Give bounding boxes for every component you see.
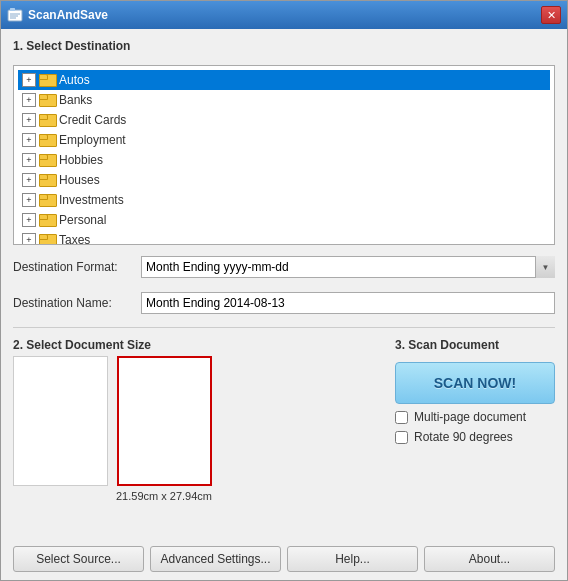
tree-item-employment[interactable]: +Employment [18, 130, 550, 150]
folder-icon [39, 214, 55, 227]
divider [13, 327, 555, 328]
expand-icon[interactable]: + [22, 113, 36, 127]
tree-item-label: Personal [59, 213, 106, 227]
preview-container: 21.59cm x 27.94cm [116, 356, 212, 502]
folder-icon [39, 234, 55, 246]
section2-label: 2. Select Document Size [13, 338, 385, 352]
svg-rect-1 [10, 8, 15, 11]
tree-item-label: Autos [59, 73, 90, 87]
folder-icon [39, 194, 55, 207]
preview-box-blank[interactable] [13, 356, 108, 486]
destination-name-label: Destination Name: [13, 296, 133, 310]
tree-item-label: Banks [59, 93, 92, 107]
main-content: 1. Select Destination +Autos+Banks+Credi… [1, 29, 567, 546]
multipage-row: Multi-page document [395, 410, 555, 424]
size-label: 21.59cm x 27.94cm [116, 490, 212, 502]
size-previews: 21.59cm x 27.94cm [13, 356, 385, 502]
tree-item-label: Hobbies [59, 153, 103, 167]
footer-buttons: Select Source... Advanced Settings... He… [1, 546, 567, 580]
preview-box-selected[interactable] [117, 356, 212, 486]
tree-item-label: Investments [59, 193, 124, 207]
folder-icon [39, 134, 55, 147]
rotate-row: Rotate 90 degrees [395, 430, 555, 444]
destination-format-select[interactable]: Month Ending yyyy-mm-ddyyyy-mm-dddd-mm-y… [141, 256, 555, 278]
tree-item-taxes[interactable]: +Taxes [18, 230, 550, 245]
expand-icon[interactable]: + [22, 153, 36, 167]
rotate-checkbox[interactable] [395, 431, 408, 444]
tree-item-label: Houses [59, 173, 100, 187]
tree-item-personal[interactable]: +Personal [18, 210, 550, 230]
destination-name-input[interactable] [141, 292, 555, 314]
expand-icon[interactable]: + [22, 233, 36, 245]
advanced-settings-button[interactable]: Advanced Settings... [150, 546, 281, 572]
folder-icon [39, 74, 55, 87]
tree-item-label: Credit Cards [59, 113, 126, 127]
title-bar-left: ScanAndSave [7, 7, 108, 23]
doc-size-section: 2. Select Document Size 21.59cm x 27.94c… [13, 338, 385, 536]
tree-item-credit-cards[interactable]: +Credit Cards [18, 110, 550, 130]
multipage-checkbox[interactable] [395, 411, 408, 424]
destination-format-row: Destination Format: Month Ending yyyy-mm… [13, 253, 555, 281]
multipage-label: Multi-page document [414, 410, 526, 424]
folder-icon [39, 94, 55, 107]
select-source-button[interactable]: Select Source... [13, 546, 144, 572]
help-button[interactable]: Help... [287, 546, 418, 572]
section1-label: 1. Select Destination [13, 39, 555, 53]
expand-icon[interactable]: + [22, 213, 36, 227]
window-title: ScanAndSave [28, 8, 108, 22]
expand-icon[interactable]: + [22, 173, 36, 187]
app-icon [7, 7, 23, 23]
expand-icon[interactable]: + [22, 73, 36, 87]
tree-item-houses[interactable]: +Houses [18, 170, 550, 190]
expand-icon[interactable]: + [22, 93, 36, 107]
destination-format-label: Destination Format: [13, 260, 133, 274]
destination-format-wrapper: Month Ending yyyy-mm-ddyyyy-mm-dddd-mm-y… [141, 256, 555, 278]
bottom-sections: 2. Select Document Size 21.59cm x 27.94c… [13, 338, 555, 536]
tree-item-banks[interactable]: +Banks [18, 90, 550, 110]
tree-item-label: Employment [59, 133, 126, 147]
title-bar: ScanAndSave ✕ [1, 1, 567, 29]
about-button[interactable]: About... [424, 546, 555, 572]
rotate-label: Rotate 90 degrees [414, 430, 513, 444]
tree-item-autos[interactable]: +Autos [18, 70, 550, 90]
folder-icon [39, 154, 55, 167]
main-window: ScanAndSave ✕ 1. Select Destination +Aut… [0, 0, 568, 581]
expand-icon[interactable]: + [22, 133, 36, 147]
close-button[interactable]: ✕ [541, 6, 561, 24]
scan-now-button[interactable]: SCAN NOW! [395, 362, 555, 404]
tree-item-investments[interactable]: +Investments [18, 190, 550, 210]
tree-item-label: Taxes [59, 233, 90, 245]
destination-name-row: Destination Name: [13, 289, 555, 317]
scan-section: 3. Scan Document SCAN NOW! Multi-page do… [395, 338, 555, 536]
folder-icon [39, 114, 55, 127]
expand-icon[interactable]: + [22, 193, 36, 207]
destination-tree[interactable]: +Autos+Banks+Credit Cards+Employment+Hob… [13, 65, 555, 245]
folder-icon [39, 174, 55, 187]
section3-label: 3. Scan Document [395, 338, 555, 352]
tree-item-hobbies[interactable]: +Hobbies [18, 150, 550, 170]
